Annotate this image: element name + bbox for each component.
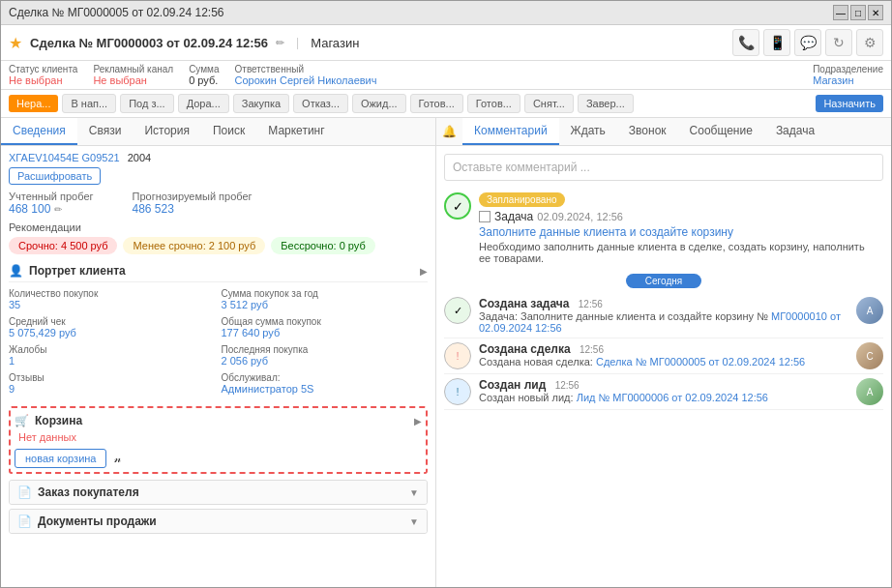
stage-button-3[interactable]: Дора... — [178, 94, 229, 113]
tab-poisk[interactable]: Поиск — [201, 118, 256, 145]
stage-button-4[interactable]: Закупка — [233, 94, 289, 113]
event-task-title-row: Создана задача 12:56 — [479, 297, 848, 310]
tab-marketing[interactable]: Маркетинг — [256, 118, 336, 145]
activity-created-deal: ! Создана сделка 12:56 Создана новая сде… — [444, 338, 883, 374]
basket-arrow: ▶ — [414, 416, 422, 426]
mobile-call-button[interactable]: 📱 — [763, 29, 790, 56]
edit-icon[interactable]: ✏ — [276, 37, 284, 49]
status-division: Подразделение Магазин — [813, 64, 883, 86]
assign-button[interactable]: Назначить — [816, 95, 883, 112]
task-link[interactable]: Заполните данные клиента и создайте корз… — [479, 225, 870, 239]
served-label: Обслуживал: — [222, 372, 429, 383]
division-value[interactable]: Магазин — [813, 74, 883, 86]
rec-label: Рекомендации — [9, 221, 428, 233]
minimize-button[interactable]: — — [833, 5, 848, 20]
maximize-button[interactable]: □ — [850, 5, 866, 20]
refresh-button[interactable]: ↻ — [825, 29, 852, 56]
avg-check-item: Средний чек 5 075,429 руб — [9, 316, 216, 338]
event-lead-time: 12:56 — [555, 380, 580, 391]
close-button[interactable]: ✕ — [868, 5, 883, 20]
title-bar-left: Сделка № МГ0000005 от 02.09.24 12:56 — [9, 6, 224, 19]
channel-value[interactable]: Не выбран — [93, 74, 173, 86]
stage-button-9[interactable]: Снят... — [524, 94, 574, 113]
right-tabs-row: 🔔 Комментарий Ждать Звонок Сообщение Зад… — [436, 118, 891, 146]
responsible-value[interactable]: Сорокин Сергей Николаевич — [235, 74, 377, 86]
task-title-row: Задача 02.09.2024, 12:56 — [479, 210, 870, 223]
deal-link-ref[interactable]: Сделка № МГ0000005 от 02.09.2024 12:56 — [596, 356, 805, 368]
channel-label: Рекламный канал — [93, 64, 173, 74]
stage-button-0[interactable]: Нера... — [9, 95, 58, 112]
event-deal-title-row: Создана сделка 12:56 — [479, 342, 848, 356]
mileage-row: Учтенный пробег 468 100 ✏ Прогнозируемый… — [9, 191, 428, 216]
client-grid: Количество покупок 35 Сумма покупок за г… — [9, 282, 428, 400]
stage-button-6[interactable]: Ожид... — [352, 94, 406, 113]
purchases-sum-year-label: Сумма покупок за год — [222, 288, 429, 299]
responsible-label: Ответственный — [235, 64, 377, 74]
portrait-arrow: ▶ — [420, 266, 428, 277]
settings-button[interactable]: ⚙ — [856, 29, 883, 56]
mileage-edit-icon[interactable]: ✏ — [54, 204, 62, 215]
status-channel: Рекламный канал Не выбран — [93, 64, 173, 86]
tab-call[interactable]: Звонок — [617, 118, 678, 145]
status-bar: Статус клиента Не выбран Рекламный канал… — [1, 61, 891, 90]
order-header[interactable]: 📄 Заказ покупателя ▼ — [10, 481, 427, 504]
comment-input[interactable]: Оставьте комментарий ... — [444, 154, 883, 181]
main-window: Сделка № МГ0000005 от 02.09.24 12:56 — □… — [0, 0, 892, 588]
order-title: Заказ покупателя — [38, 485, 139, 499]
task-body: Запланировано Задача 02.09.2024, 12:56 З… — [479, 192, 870, 264]
today-divider: Сегодня — [444, 274, 883, 287]
stage-button-1[interactable]: В нап... — [62, 94, 116, 113]
served-value: Администратор 5S — [222, 383, 429, 395]
title-text: Сделка № МГ0000005 от 02.09.24 12:56 — [9, 6, 224, 19]
purchases-sum-year-value: 3 512 руб — [222, 299, 429, 310]
last-purchase-label: Последняя покупка — [222, 344, 429, 355]
forecast-label: Прогнозируемый пробег — [133, 191, 253, 202]
vin-row: ХГАЕV10454Е G09521 2004 — [9, 152, 428, 163]
docs-header[interactable]: 📄 Документы продажи ▼ — [10, 510, 427, 533]
chat-button[interactable]: 💬 — [794, 29, 821, 56]
task-date: 02.09.2024, 12:56 — [537, 211, 623, 222]
today-badge: Сегодня — [626, 274, 701, 288]
division-label: Подразделение — [813, 64, 883, 74]
lead-link-ref[interactable]: Лид № МГ0000006 от 02.09.2024 12:56 — [577, 392, 768, 403]
total-purchases-value: 177 640 руб — [222, 327, 429, 338]
order-expand-icon: ▼ — [409, 487, 419, 498]
task-checkbox[interactable] — [479, 211, 491, 222]
tab-wait[interactable]: Ждать — [559, 118, 617, 145]
close-icon: ✕ — [872, 8, 879, 18]
bell-icon: 🔔 — [436, 121, 462, 142]
client-status-value[interactable]: Не выбран — [9, 74, 77, 86]
tab-message[interactable]: Сообщение — [678, 118, 764, 145]
forecast-value: 486 523 — [133, 202, 253, 216]
stage-button-2[interactable]: Под з... — [120, 94, 173, 113]
event-task-time: 12:56 — [579, 299, 603, 309]
tab-istoriya[interactable]: История — [133, 118, 201, 145]
stage-button-10[interactable]: Завер... — [578, 94, 634, 113]
client-status-label: Статус клиента — [9, 64, 77, 74]
tab-comment[interactable]: Комментарий — [462, 118, 559, 145]
purchases-count-item: Количество покупок 35 — [9, 288, 216, 310]
basket-icon: 🛒 — [15, 414, 29, 427]
purchases-count-label: Количество покупок — [9, 288, 216, 299]
tab-task[interactable]: Задача — [764, 118, 826, 145]
event-deal-icon: ! — [444, 342, 471, 369]
task-scroll-indicator — [877, 192, 883, 264]
event-deal-text: Создана новая сделка: Сделка № МГ0000005… — [479, 356, 848, 368]
client-portrait-section: 👤 Портрет клиента ▶ Количество покупок 3… — [9, 260, 428, 400]
client-portrait-header[interactable]: 👤 Портрет клиента ▶ — [9, 260, 428, 282]
rec-medium: Менее срочно: 2 100 руб — [123, 237, 265, 254]
cursor-indicator: 𝓃 — [114, 452, 121, 465]
stage-button-7[interactable]: Готов... — [410, 94, 463, 113]
stage-button-5[interactable]: Отказ... — [293, 94, 348, 113]
new-basket-button[interactable]: новая корзина — [15, 449, 106, 468]
vin-text: ХГАЕV10454Е G09521 — [9, 152, 120, 163]
phone-call-button[interactable]: 📞 — [732, 29, 759, 56]
task-link-ref[interactable]: МГ0000010 от 02.09.2024 12:56 — [479, 310, 841, 334]
basket-header[interactable]: 🛒 Корзина ▶ — [15, 412, 422, 429]
activity-task-item: ✓ Запланировано Задача 02.09.2024, 12:56… — [444, 189, 883, 268]
tab-svyazi[interactable]: Связи — [77, 118, 134, 145]
complaints-label: Жалобы — [9, 344, 216, 355]
decrypt-button[interactable]: Расшифровать — [9, 167, 101, 185]
stage-button-8[interactable]: Готов... — [467, 94, 520, 113]
tab-svedeniya[interactable]: Сведения — [1, 118, 77, 145]
